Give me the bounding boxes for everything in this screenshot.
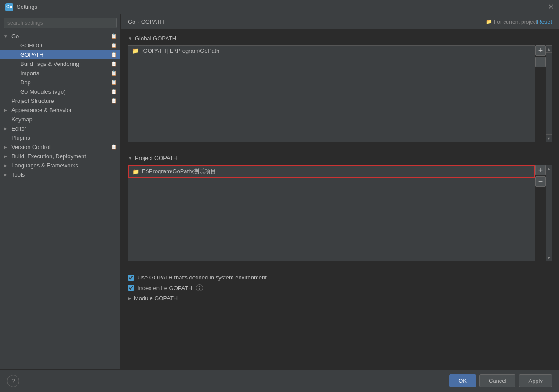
- sidebar-item-editor[interactable]: Editor: [0, 124, 120, 133]
- section-divider: [128, 149, 552, 149]
- copy-icon-build-tags[interactable]: 📋: [111, 61, 117, 67]
- sidebar-label-tools: Tools: [11, 171, 25, 178]
- project-gopath-remove-btn[interactable]: −: [535, 176, 546, 187]
- sidebar-label-build-exec: Build, Execution, Deployment: [11, 153, 86, 160]
- copy-icon-imports[interactable]: 📋: [111, 70, 117, 76]
- global-gopath-scroll-up[interactable]: ▲: [546, 46, 552, 53]
- search-input[interactable]: [4, 18, 117, 28]
- title-bar: Go Settings ✕: [0, 0, 559, 14]
- sidebar-item-go-modules[interactable]: Go Modules (vgo)📋: [0, 87, 120, 96]
- sidebar-label-plugins: Plugins: [11, 134, 30, 141]
- copy-icon-project-structure[interactable]: 📋: [111, 98, 117, 104]
- project-gopath-scroll-track: [546, 172, 552, 254]
- project-gopath-section-header: ▼ Project GOPATH: [128, 155, 552, 161]
- sidebar-item-gopath[interactable]: GOPATH📋: [0, 50, 120, 59]
- close-icon[interactable]: ✕: [548, 4, 554, 11]
- global-gopath-list: 📁 [GOPATH] E:\Program\GoPath: [128, 45, 535, 142]
- sidebar-item-go[interactable]: Go📋: [0, 32, 120, 41]
- copy-icon-go[interactable]: 📋: [111, 33, 117, 39]
- module-gopath-section: ▶ Module GOPATH: [128, 295, 552, 301]
- breadcrumb-bar: Go › GOPATH 📁 For current project Reset: [121, 14, 559, 30]
- bottom-bar: ? OK Cancel Apply: [0, 369, 559, 392]
- project-gopath-arrow[interactable]: ▼: [128, 156, 132, 160]
- breadcrumb-parent: Go: [128, 18, 135, 25]
- sidebar-item-plugins[interactable]: Plugins: [0, 133, 120, 142]
- cancel-button[interactable]: Cancel: [479, 374, 515, 387]
- sidebar-label-version-control: Version Control: [11, 144, 51, 150]
- project-gopath-path-0: E:\Program\GoPath\测试项目: [142, 167, 216, 175]
- window-title: Settings: [17, 4, 37, 10]
- index-gopath-help-icon[interactable]: ?: [196, 284, 203, 291]
- project-icon: 📁: [486, 19, 492, 25]
- sidebar: Go📋GOROOT📋GOPATH📋Build Tags & Vendoring📋…: [0, 14, 121, 369]
- apply-button[interactable]: Apply: [519, 374, 552, 387]
- project-gopath-controls: + −: [535, 165, 546, 261]
- copy-icon-version-control[interactable]: 📋: [111, 144, 117, 150]
- sidebar-label-go: Go: [11, 33, 19, 40]
- sidebar-item-project-structure[interactable]: Project Structure📋: [0, 96, 120, 105]
- index-gopath-checkbox[interactable]: [128, 285, 134, 291]
- reset-link[interactable]: Reset: [537, 18, 552, 25]
- sidebar-item-build-tags[interactable]: Build Tags & Vendoring📋: [0, 59, 120, 69]
- global-gopath-title: Global GOPATH: [135, 35, 176, 42]
- sidebar-label-project-structure: Project Structure: [11, 98, 54, 104]
- ok-button[interactable]: OK: [449, 374, 476, 387]
- use-gopath-row: Use GOPATH that's defined in system envi…: [128, 274, 552, 281]
- sidebar-arrow-tools: [4, 172, 10, 177]
- copy-icon-goroot[interactable]: 📋: [111, 43, 117, 48]
- global-gopath-controls: + −: [535, 45, 546, 142]
- global-gopath-scroll: ▲ ▼: [546, 45, 552, 142]
- sidebar-item-appearance-behavior[interactable]: Appearance & Behavior: [0, 105, 120, 115]
- content-area: Go › GOPATH 📁 For current project Reset …: [121, 14, 559, 369]
- project-gopath-scroll-down[interactable]: ▼: [546, 254, 552, 261]
- global-gopath-scroll-down[interactable]: ▼: [546, 134, 552, 142]
- copy-icon-go-modules[interactable]: 📋: [111, 89, 117, 94]
- help-button[interactable]: ?: [7, 375, 19, 387]
- module-gopath-label: Module GOPATH: [134, 295, 178, 301]
- global-gopath-remove-btn[interactable]: −: [535, 57, 546, 67]
- global-gopath-item-0[interactable]: 📁 [GOPATH] E:\Program\GoPath: [128, 46, 535, 56]
- sidebar-label-appearance-behavior: Appearance & Behavior: [11, 107, 72, 113]
- project-gopath-scroll-up[interactable]: ▲: [546, 165, 552, 172]
- copy-icon-gopath[interactable]: 📋: [111, 52, 117, 58]
- sidebar-label-build-tags: Build Tags & Vendoring: [20, 61, 79, 67]
- breadcrumb: Go › GOPATH: [128, 18, 479, 25]
- sidebar-arrow-go: [4, 34, 10, 39]
- folder-icon-project: 📁: [132, 168, 139, 175]
- sidebar-item-version-control[interactable]: Version Control📋: [0, 142, 120, 152]
- sidebar-item-imports[interactable]: Imports📋: [0, 69, 120, 78]
- sidebar-item-tools[interactable]: Tools: [0, 170, 120, 179]
- sidebar-item-keymap[interactable]: Keymap: [0, 115, 120, 124]
- sidebar-label-keymap: Keymap: [11, 116, 33, 123]
- project-badge-label: For current project: [494, 19, 537, 25]
- sidebar-label-editor: Editor: [11, 125, 26, 132]
- breadcrumb-current: GOPATH: [141, 18, 164, 25]
- global-gopath-path-0: [GOPATH] E:\Program\GoPath: [142, 47, 219, 54]
- module-gopath-arrow[interactable]: ▶: [128, 296, 131, 301]
- sidebar-item-languages[interactable]: Languages & Frameworks: [0, 161, 120, 170]
- project-gopath-title: Project GOPATH: [135, 155, 178, 161]
- sidebar-item-dep[interactable]: Dep📋: [0, 78, 120, 87]
- sidebar-arrow-build-exec: [4, 154, 10, 159]
- sidebar-arrow-appearance-behavior: [4, 108, 10, 113]
- app-icon: Go: [5, 3, 13, 11]
- breadcrumb-separator: ›: [137, 18, 139, 25]
- main-layout: Go📋GOROOT📋GOPATH📋Build Tags & Vendoring📋…: [0, 14, 559, 369]
- sidebar-arrow-languages: [4, 163, 10, 168]
- project-gopath-add-btn[interactable]: +: [535, 165, 546, 175]
- use-gopath-checkbox[interactable]: [128, 275, 134, 281]
- global-gopath-arrow[interactable]: ▼: [128, 36, 132, 41]
- global-gopath-add-btn[interactable]: +: [535, 45, 546, 56]
- project-badge: 📁 For current project: [486, 19, 537, 25]
- sidebar-label-goroot: GOROOT: [20, 42, 46, 49]
- sidebar-item-goroot[interactable]: GOROOT📋: [0, 41, 120, 50]
- sidebar-label-imports: Imports: [20, 70, 39, 76]
- copy-icon-dep[interactable]: 📋: [111, 80, 117, 85]
- sidebar-label-go-modules: Go Modules (vgo): [20, 88, 65, 95]
- sidebar-item-build-exec[interactable]: Build, Execution, Deployment: [0, 152, 120, 161]
- project-gopath-scroll: ▲ ▼: [546, 165, 552, 261]
- content-scroll: ▼ Global GOPATH 📁 [GOPATH] E:\Program\Go…: [121, 30, 559, 369]
- project-gopath-item-0[interactable]: 📁 E:\Program\GoPath\测试项目: [128, 165, 535, 178]
- index-gopath-row: Index entire GOPATH ?: [128, 284, 552, 291]
- section-divider-2: [128, 269, 552, 269]
